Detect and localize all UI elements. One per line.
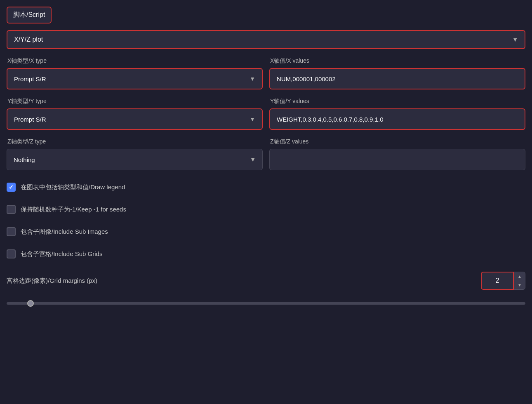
keep-seeds-label: 保持随机数种子为-1/Keep -1 for seeds <box>21 206 126 214</box>
x-type-group: X轴类型/X type Prompt S/R ▼ <box>7 57 263 89</box>
script-row: X/Y/Z plot ▼ <box>7 30 525 49</box>
keep-seeds-checkbox[interactable] <box>7 205 16 214</box>
y-values-label: Y轴值/Y values <box>269 98 525 105</box>
x-type-dropdown[interactable]: Prompt S/R ▼ <box>7 68 263 89</box>
x-values-text: NUM,000001,000002 <box>277 75 336 82</box>
main-container: 脚本/Script X/Y/Z plot ▼ X轴类型/X type Promp… <box>0 0 532 404</box>
keep-seeds-row: 保持随机数种子为-1/Keep -1 for seeds <box>7 202 525 216</box>
grid-margins-number: 2 <box>496 277 499 284</box>
y-type-dropdown[interactable]: Prompt S/R ▼ <box>7 108 263 130</box>
grid-margins-label: 宫格边距(像素)/Grid margins (px) <box>7 277 97 285</box>
include-sub-grids-checkbox[interactable] <box>7 249 16 258</box>
z-values-input[interactable] <box>269 149 525 170</box>
draw-legend-checkbox[interactable]: ✓ <box>7 183 16 192</box>
slider-thumb[interactable] <box>27 300 34 307</box>
slider-row <box>7 299 525 308</box>
x-type-chevron-icon: ▼ <box>250 75 255 82</box>
z-type-label: Z轴类型/Z type <box>7 138 263 146</box>
z-type-chevron-icon: ▼ <box>250 156 256 163</box>
x-values-input[interactable]: NUM,000001,000002 <box>269 68 525 89</box>
section-title: 脚本/Script <box>13 11 45 18</box>
y-values-input[interactable]: WEIGHT,0.3,0.4,0.5,0.6,0.7,0.8,0.9,1.0 <box>269 108 525 130</box>
y-type-label: Y轴类型/Y type <box>7 98 263 105</box>
y-type-group: Y轴类型/Y type Prompt S/R ▼ <box>7 98 263 130</box>
z-type-value: Nothing <box>14 156 35 163</box>
grid-margins-decrement[interactable]: ▼ <box>514 281 525 290</box>
y-type-value: Prompt S/R <box>14 116 46 123</box>
x-values-label: X轴值/X values <box>269 57 525 65</box>
grid-margins-stepper: ▲ ▼ <box>514 272 525 290</box>
z-values-group: Z轴值/Z values <box>269 138 525 170</box>
section-header: 脚本/Script <box>7 7 52 23</box>
grid-margins-row: 宫格边距(像素)/Grid margins (px) 2 ▲ ▼ <box>7 269 525 292</box>
y-values-text: WEIGHT,0.3,0.4,0.5,0.6,0.7,0.8,0.9,1.0 <box>277 116 384 123</box>
draw-legend-label: 在图表中包括轴类型和值/Draw legend <box>21 183 125 191</box>
include-sub-images-label: 包含子图像/Include Sub Images <box>21 228 108 236</box>
z-type-dropdown[interactable]: Nothing ▼ <box>7 149 263 170</box>
y-type-chevron-icon: ▼ <box>250 116 255 122</box>
y-axis-row: Y轴类型/Y type Prompt S/R ▼ Y轴值/Y values WE… <box>7 98 525 130</box>
include-sub-images-row: 包含子图像/Include Sub Images <box>7 225 525 239</box>
script-dropdown[interactable]: X/Y/Z plot ▼ <box>7 30 525 49</box>
x-axis-row: X轴类型/X type Prompt S/R ▼ X轴值/X values NU… <box>7 57 525 89</box>
grid-margins-value[interactable]: 2 <box>481 272 514 290</box>
z-type-group: Z轴类型/Z type Nothing ▼ <box>7 138 263 170</box>
script-chevron-icon: ▼ <box>512 36 518 43</box>
script-dropdown-value: X/Y/Z plot <box>14 36 43 43</box>
grid-margins-increment[interactable]: ▲ <box>514 272 525 281</box>
draw-legend-row: ✓ 在图表中包括轴类型和值/Draw legend <box>7 180 525 194</box>
x-values-group: X轴值/X values NUM,000001,000002 <box>269 57 525 89</box>
z-axis-row: Z轴类型/Z type Nothing ▼ Z轴值/Z values <box>7 138 525 170</box>
x-type-value: Prompt S/R <box>14 75 46 82</box>
draw-legend-checkmark: ✓ <box>9 184 14 190</box>
include-sub-grids-row: 包含子宫格/Include Sub Grids <box>7 247 525 261</box>
include-sub-grids-label: 包含子宫格/Include Sub Grids <box>21 250 102 258</box>
z-values-label: Z轴值/Z values <box>269 138 525 146</box>
y-values-group: Y轴值/Y values WEIGHT,0.3,0.4,0.5,0.6,0.7,… <box>269 98 525 130</box>
x-type-label: X轴类型/X type <box>7 57 263 65</box>
grid-margins-input-group: 2 ▲ ▼ <box>481 272 525 290</box>
slider-track[interactable] <box>7 302 525 305</box>
include-sub-images-checkbox[interactable] <box>7 227 16 236</box>
